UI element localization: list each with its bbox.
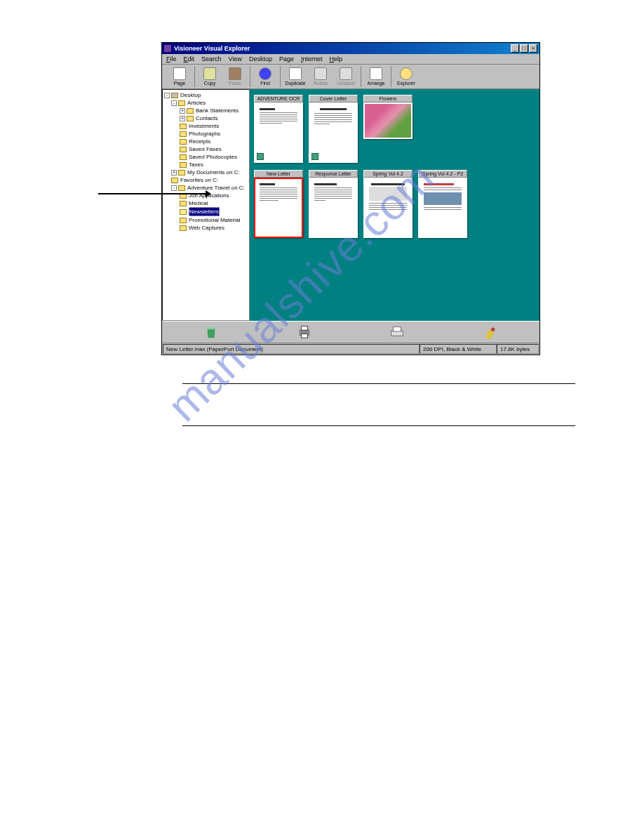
- tree-photographs[interactable]: Photographs: [189, 130, 220, 138]
- thumbnail-spring-vol42[interactable]: Spring Vol 4.2: [363, 170, 412, 238]
- folder-icon: [178, 100, 185, 106]
- document-thumbnail-icon: [309, 178, 358, 238]
- tree-taxes[interactable]: Taxes: [189, 161, 203, 168]
- folder-icon: [171, 93, 178, 98]
- thumbnail-adventure-ocr[interactable]: ADVENTURE OCR: [254, 95, 303, 163]
- toolbar-page-button[interactable]: Page: [168, 66, 192, 87]
- tree-savedphoto[interactable]: Saved Photocopies: [189, 153, 237, 161]
- thumbnail-label: New Letter: [254, 170, 303, 178]
- menu-internet[interactable]: Internet: [301, 55, 323, 62]
- tree-desktop[interactable]: Desktop: [180, 91, 201, 99]
- bottom-toolbar: [162, 321, 539, 343]
- thumbnail-label: Flowers: [363, 95, 412, 102]
- tree-medical[interactable]: Medical: [189, 199, 208, 207]
- thumbnail-flowers[interactable]: Flowers: [363, 95, 412, 163]
- toolbar-unstack-button[interactable]: Unstack: [334, 66, 358, 87]
- page-icon: [173, 67, 186, 80]
- thumbnail-cover-letter[interactable]: Cover Letter: [309, 95, 358, 163]
- folder-tree[interactable]: -Desktop -Articles +Bank Statements +Con…: [162, 89, 250, 321]
- expander-icon[interactable]: +: [180, 108, 185, 114]
- folder-icon: [180, 201, 187, 206]
- tree-newsletters-selected[interactable]: Newsletters: [189, 207, 220, 216]
- printer-icon[interactable]: [297, 324, 312, 340]
- horizontal-rules: [182, 383, 575, 468]
- expander-icon[interactable]: -: [171, 100, 177, 106]
- thumbnail-label: Spring Vol 4.2: [363, 170, 412, 178]
- menu-search[interactable]: Search: [201, 55, 222, 62]
- copy-icon: [203, 67, 216, 80]
- document-thumbnail-icon: [418, 178, 467, 238]
- window-title: Visioneer Visual Explorer: [174, 45, 511, 52]
- folder-icon: [180, 139, 187, 145]
- callout-arrow: [98, 193, 210, 194]
- photo-thumbnail-icon: [363, 102, 412, 139]
- tree-savedfaxes[interactable]: Saved Faxes: [189, 145, 222, 153]
- expander-icon[interactable]: -: [164, 93, 170, 98]
- toolbar-find-button[interactable]: Find: [253, 66, 277, 87]
- thumbnail-label: Response Letter: [309, 170, 358, 178]
- toolbar: Page Copy Paste Find: [162, 65, 539, 89]
- toolbar-rotate-button[interactable]: Rotate: [309, 66, 333, 87]
- folder-icon: [180, 147, 187, 152]
- thumbnail-area[interactable]: ADVENTURE OCR Cover Letter: [250, 89, 539, 321]
- paste-icon: [229, 67, 241, 80]
- toolbar-paste-button[interactable]: Paste: [223, 66, 247, 87]
- thumbnail-response-letter[interactable]: Response Letter: [309, 170, 358, 238]
- file-type-icon: [257, 153, 264, 160]
- svg-point-5: [491, 328, 495, 332]
- tree-favorites[interactable]: Favorites on C:: [180, 176, 218, 184]
- document-thumbnail-icon: [254, 178, 303, 238]
- find-icon: [259, 67, 271, 80]
- folder-icon: [180, 218, 187, 223]
- menubar: File Edit Search View Desktop Page Inter…: [162, 54, 539, 65]
- scanner-icon[interactable]: [389, 324, 405, 340]
- thumbnail-spring-vol42-p2[interactable]: Spring Vol 4.2 - P2: [418, 170, 467, 238]
- folder-icon: [180, 225, 187, 231]
- toolbar-explorer-button[interactable]: Explorer: [394, 66, 418, 87]
- expander-icon[interactable]: -: [171, 185, 177, 191]
- menu-page[interactable]: Page: [279, 55, 294, 62]
- rotate-icon: [314, 67, 327, 80]
- maximize-button[interactable]: □: [520, 44, 528, 53]
- folder-icon: [187, 116, 194, 121]
- document-thumbnail-icon: [254, 102, 303, 163]
- tree-bank[interactable]: Bank Statements: [196, 107, 239, 114]
- toolbar-copy-button[interactable]: Copy: [198, 66, 222, 87]
- content-area: -Desktop -Articles +Bank Statements +Con…: [162, 89, 539, 321]
- menu-view[interactable]: View: [229, 55, 242, 62]
- document-thumbnail-icon: [309, 102, 358, 163]
- tree-webcaptures[interactable]: Web Captures: [189, 224, 224, 232]
- explorer-icon: [400, 67, 412, 80]
- tree-adventure[interactable]: Adventure Travel on C:: [187, 184, 245, 192]
- expander-icon[interactable]: +: [180, 116, 185, 121]
- menu-desktop[interactable]: Desktop: [249, 55, 272, 62]
- titlebar[interactable]: Visioneer Visual Explorer _ □ ×: [162, 43, 539, 54]
- thumbnail-new-letter-selected[interactable]: New Letter: [254, 170, 303, 238]
- paint-icon[interactable]: [483, 324, 498, 340]
- folder-icon: [178, 185, 185, 191]
- tree-mydocs[interactable]: My Documents on C:: [187, 168, 240, 176]
- tree-receipts[interactable]: Receipts: [189, 138, 210, 145]
- status-dpi: 200 DPI, Black & White: [420, 344, 497, 354]
- menu-edit[interactable]: Edit: [184, 55, 195, 62]
- toolbar-arrange-button[interactable]: Arrange: [364, 66, 388, 87]
- file-type-icon: [311, 153, 318, 160]
- expander-icon[interactable]: +: [171, 170, 177, 176]
- tree-investments[interactable]: Investments: [189, 122, 219, 130]
- close-button[interactable]: ×: [529, 44, 537, 53]
- status-file: New Letter.max (PaperPort Document): [163, 344, 420, 354]
- folder-icon: [178, 170, 185, 176]
- tree-articles[interactable]: Articles: [187, 99, 206, 107]
- svg-rect-1: [301, 326, 307, 331]
- document-thumbnail-icon: [363, 178, 412, 238]
- tree-promo[interactable]: Promotional Material: [189, 216, 240, 224]
- thumbnail-label: ADVENTURE OCR: [254, 95, 303, 102]
- minimize-button[interactable]: _: [511, 44, 519, 53]
- thumbnail-label: Spring Vol 4.2 - P2: [418, 170, 467, 178]
- trash-icon[interactable]: [203, 324, 219, 340]
- tree-contacts[interactable]: Contacts: [196, 114, 218, 122]
- application-window: Visioneer Visual Explorer _ □ × File Edi…: [161, 42, 540, 355]
- menu-file[interactable]: File: [166, 55, 177, 62]
- menu-help[interactable]: Help: [330, 55, 343, 62]
- toolbar-duplicate-button[interactable]: Duplicate: [283, 66, 307, 87]
